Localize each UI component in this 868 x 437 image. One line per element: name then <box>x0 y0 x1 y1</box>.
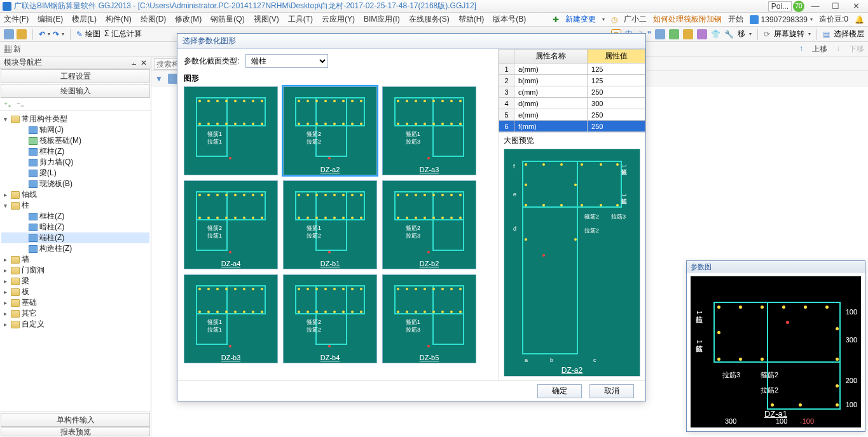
prop-row[interactable]: 6f(mm)250 <box>499 121 645 132</box>
menu-edit[interactable]: 编辑(E) <box>38 14 63 25</box>
shape-cell-6[interactable]: 箍筋1拉筋1DZ-b3 <box>184 274 278 363</box>
tree-slab-cat[interactable]: ▸板 <box>1 286 149 297</box>
tree-axis-net[interactable]: 轴网(J) <box>1 124 149 135</box>
shape-cell-4[interactable]: 箍筋1拉筋2DZ-b1 <box>283 180 377 269</box>
menu-modify[interactable]: 修改(M) <box>175 14 202 25</box>
tree-col-hidden[interactable]: 暗柱(Z) <box>1 222 149 232</box>
left-panel: 模块导航栏 ⫠ ✕ 工程设置 绘图输入 ⁺₊ ⁻₋ ▾常用构件类型 轴网(J) … <box>0 57 151 437</box>
param-shape-dialog: 选择参数化图形 参数化截面类型: 端柱 图形 箍筋1拉筋1箍筋2拉筋2DZ-a2… <box>177 33 646 401</box>
tool-icon-a[interactable] <box>655 29 665 39</box>
menu-view[interactable]: 视图(V) <box>254 14 279 25</box>
tree-custom[interactable]: ▸自定义 <box>1 319 149 330</box>
help-text[interactable]: 如何处理筏板附加钢 <box>653 14 722 25</box>
single-input-button[interactable]: 单构件输入 <box>1 413 150 427</box>
tree-tools: ⁺₊ ⁻₋ <box>0 98 151 111</box>
new-change-link[interactable]: 新建变更 <box>565 14 596 25</box>
tree-column[interactable]: ▾柱 <box>1 200 149 211</box>
shape-cell-5[interactable]: 箍筋2拉筋3DZ-b2 <box>382 180 476 269</box>
close-nav-icon[interactable]: ✕ <box>141 58 147 67</box>
tree-foundation[interactable]: ▸基础 <box>1 297 149 308</box>
project-settings-button[interactable]: 工程设置 <box>1 69 150 83</box>
grid-label: 图形 <box>184 73 492 84</box>
close-icon[interactable]: ✕ <box>846 1 865 11</box>
window-titlebar: 广联达BIM钢筋算量软件 GGJ2013 - [C:\Users\Adminis… <box>0 0 868 13</box>
tree-col-constr[interactable]: 构造柱(Z) <box>1 243 149 254</box>
shape-caption: DZ-b3 <box>184 354 277 361</box>
open-icon[interactable] <box>4 29 14 39</box>
filter-icon[interactable]: ▼ <box>155 74 163 83</box>
tree-col-frame[interactable]: 框柱(Z) <box>1 211 149 222</box>
menu-component[interactable]: 构件(N) <box>106 14 132 25</box>
xiaoer[interactable]: 广小二 <box>624 14 647 25</box>
down-label: 下移 <box>849 44 864 55</box>
app-icon <box>3 2 11 11</box>
tree-other[interactable]: ▸其它 <box>1 308 149 319</box>
bell-icon[interactable]: 🔔 <box>855 15 864 24</box>
move-label[interactable]: 移 <box>738 29 745 39</box>
up-label[interactable]: 上移 <box>812 44 827 55</box>
minimize-icon[interactable]: — <box>806 1 825 11</box>
tree-raft[interactable]: 筏板基础(M) <box>1 135 149 146</box>
menu-version[interactable]: 版本号(B) <box>493 14 526 25</box>
tree-axis[interactable]: ▸轴线 <box>1 189 149 200</box>
menu-floor[interactable]: 楼层(L) <box>72 14 97 25</box>
tree-opening[interactable]: ▸门窗洞 <box>1 265 149 276</box>
tree-slab[interactable]: 现浇板(B) <box>1 178 149 189</box>
prop-row[interactable]: 3c(mm)250 <box>499 86 645 98</box>
menu-cloud[interactable]: 云应用(Y) <box>322 14 355 25</box>
section-type-select[interactable]: 端柱 <box>245 54 328 68</box>
ok-button[interactable]: 确定 <box>537 384 582 398</box>
sum-label[interactable]: Σ 汇总计算 <box>104 29 142 39</box>
shape-cell-3[interactable]: 箍筋2拉筋1DZ-a4 <box>184 180 278 269</box>
tree-shearwall[interactable]: 剪力墙(Q) <box>1 157 149 168</box>
menu-file[interactable]: 文件(F) <box>4 14 29 25</box>
shape-cell-7[interactable]: 箍筋2拉筋2DZ-b4 <box>283 274 377 363</box>
dialog-title: 选择参数化图形 <box>177 34 645 49</box>
tool-icon-c[interactable] <box>683 29 693 39</box>
shape-cell-0[interactable]: 箍筋1拉筋1 <box>184 86 278 175</box>
menu-bim[interactable]: BIM应用(I) <box>364 14 400 25</box>
tree-col-end[interactable]: 端柱(Z) <box>1 232 149 243</box>
report-preview-button[interactable]: 报表预览 <box>1 427 150 436</box>
prop-row[interactable]: 5e(mm)250 <box>499 109 645 121</box>
poi-pill[interactable]: Poi... <box>768 1 792 11</box>
tool-icon-b[interactable] <box>669 29 679 39</box>
menu-online[interactable]: 在线服务(S) <box>409 14 450 25</box>
shape-cell-1[interactable]: 箍筋2拉筋2DZ-a2 <box>283 86 377 175</box>
shape-cell-8[interactable]: 箍筋1拉筋3DZ-b5 <box>382 274 476 363</box>
pencil-icon[interactable]: ✎ <box>76 30 83 39</box>
select-floor-label[interactable]: 选择楼层 <box>834 29 864 39</box>
tool-icon-d[interactable] <box>697 29 707 39</box>
tree-beam[interactable]: 梁(L) <box>1 168 149 178</box>
menu-rebar[interactable]: 钢筋量(Q) <box>210 14 244 25</box>
user-chip[interactable]: 13907298339▾ <box>750 15 813 24</box>
redo-icon[interactable]: ↷ <box>53 30 59 39</box>
undo-icon[interactable]: ↶ <box>39 30 45 39</box>
shape-caption: DZ-b2 <box>383 260 476 267</box>
prop-row[interactable]: 1a(mm)125 <box>499 64 645 75</box>
rotate-label[interactable]: 屏幕旋转 <box>774 29 804 39</box>
tree-wall[interactable]: ▸墙 <box>1 254 149 265</box>
cancel-button[interactable]: 取消 <box>589 384 634 398</box>
prop-row[interactable]: 4d(mm)300 <box>499 98 645 109</box>
menu-tool[interactable]: 工具(T) <box>288 14 313 25</box>
shape-cell-2[interactable]: 箍筋1拉筋3DZ-a3 <box>382 86 476 175</box>
comma-icon[interactable]: ❞ <box>647 30 651 39</box>
tree-frame-col[interactable]: 框柱(Z) <box>1 146 149 157</box>
tree-beam-cat[interactable]: ▸梁 <box>1 276 149 286</box>
pin-icon[interactable]: ⫠ <box>130 58 138 67</box>
draw-input-button[interactable]: 绘图输入 <box>1 84 150 98</box>
draw-label[interactable]: 绘图 <box>85 29 100 39</box>
tree-common[interactable]: ▾常用构件类型 <box>1 114 149 124</box>
menu-draw[interactable]: 绘图(D) <box>141 14 167 25</box>
collapse-icon[interactable]: ⁻₋ <box>17 100 24 109</box>
maximize-icon[interactable]: ☐ <box>826 1 845 11</box>
save-icon[interactable] <box>17 29 27 39</box>
up-arrow-icon[interactable]: ↑ <box>799 44 803 55</box>
preview-canvas: 箍筋1 拉筋1 箍筋2 拉筋3 拉筋2 f e d a b c <box>504 149 640 377</box>
sub-new-icon[interactable]: ▦ 新 <box>4 44 21 55</box>
menu-help[interactable]: 帮助(H) <box>458 14 485 25</box>
expand-icon[interactable]: ⁺₊ <box>4 100 11 109</box>
start-button[interactable]: 开始 <box>728 14 743 25</box>
prop-row[interactable]: 2b(mm)125 <box>499 75 645 86</box>
